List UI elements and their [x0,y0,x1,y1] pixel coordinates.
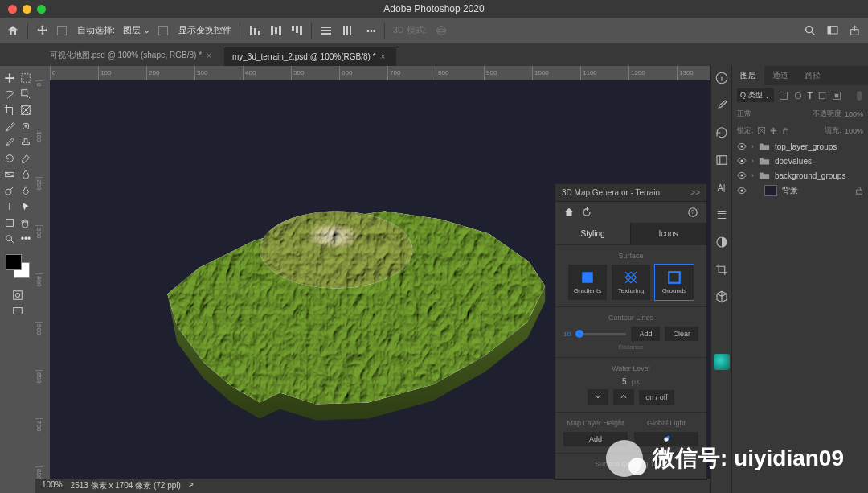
maximize-window[interactable] [37,5,46,14]
plugin-shortcut-icon[interactable] [714,354,730,370]
eyedropper-tool[interactable] [2,119,17,134]
distribute-icon[interactable] [320,24,333,37]
layer-row[interactable]: ›top_layer_groups [732,139,868,154]
quickmask-tool[interactable] [10,288,25,302]
brush-panel-icon[interactable] [714,98,729,113]
layer-dropdown[interactable]: 图层 ⌄ [123,24,150,36]
libraries-icon[interactable] [714,153,729,167]
eraser-tool[interactable] [18,151,33,166]
align-icon-2[interactable] [269,24,282,37]
lasso-tool[interactable] [2,87,17,101]
plugin-header[interactable]: 3D Map Generator - Terrain >> [555,184,706,202]
visibility-icon[interactable] [737,156,747,166]
history-panel-icon[interactable] [714,125,729,140]
styling-tab[interactable]: Styling [555,223,631,244]
foreground-color[interactable] [6,254,22,270]
document-tab-active[interactable]: my_3d_terrain_2.psd @ 100%(RGB/8) *× [224,47,396,66]
contour-clear-button[interactable]: Clear [665,327,698,341]
document-tab[interactable]: 可视化地图.psd @ 100% (shape, RGB/8) *× [42,45,223,66]
filter-shape-icon[interactable] [817,91,827,101]
gradient-tool[interactable] [2,167,17,182]
paragraph-panel-icon[interactable] [714,207,729,222]
lock-all-icon[interactable] [781,126,790,135]
close-tab-icon[interactable]: × [381,52,386,61]
show-transform-checkbox[interactable] [158,26,168,35]
plugin-refresh-icon[interactable] [581,207,592,218]
visibility-icon[interactable] [737,170,747,180]
history-brush-tool[interactable] [2,151,17,166]
statusbar-more-icon[interactable]: > [189,480,194,491]
blur-tool[interactable] [18,167,33,182]
layer-filter-dropdown[interactable]: Q 类型 ⌄ [737,88,774,102]
lock-position-icon[interactable] [769,126,778,135]
vertical-ruler[interactable]: 0100200300400500600700800 [35,80,50,479]
collapse-icon[interactable]: >> [690,188,700,197]
dodge-tool[interactable] [2,183,17,198]
adjustments-panel-icon[interactable] [714,235,729,249]
pen-tool[interactable] [18,183,33,198]
gradients-button[interactable]: Gradients [568,265,607,300]
search-icon[interactable] [804,24,817,37]
workspace-icon[interactable] [826,24,839,37]
type-tool[interactable]: T [2,199,17,214]
minimize-window[interactable] [23,5,31,14]
character-panel-icon[interactable]: A| [714,180,729,195]
layer-row[interactable]: ›background_groups [732,168,868,183]
channels-tab[interactable]: 通道 [764,66,796,85]
grounds-button[interactable]: Grounds [655,265,694,300]
filter-image-icon[interactable] [779,91,788,101]
selection-tool[interactable] [18,87,33,101]
chevron-right-icon[interactable]: › [751,157,754,165]
marquee-tool[interactable] [18,71,33,85]
auto-select-checkbox[interactable] [57,26,67,35]
brush-tool[interactable] [2,135,17,150]
path-select-tool[interactable] [18,199,33,214]
frame-tool[interactable] [18,103,33,117]
color-swatches[interactable] [6,254,30,278]
filter-type-icon[interactable]: T [808,91,813,101]
water-onoff-button[interactable]: on / off [639,390,674,405]
share-icon[interactable] [849,24,862,37]
plugin-home-icon[interactable] [563,207,575,218]
paths-tab[interactable]: 路径 [796,66,829,85]
3d-orbit-icon[interactable] [435,24,448,37]
info-icon[interactable] [714,71,729,85]
lock-pixels-icon[interactable] [757,126,766,135]
align-icon[interactable] [248,24,261,37]
home-icon[interactable] [6,24,19,37]
water-up-button[interactable] [613,389,634,405]
healing-tool[interactable] [18,119,33,134]
distribute-icon-2[interactable] [341,24,354,37]
filter-adjust-icon[interactable] [793,91,803,101]
filter-toggle-icon[interactable] [855,90,863,101]
texturing-button[interactable]: Texturing [612,265,650,300]
contour-slider[interactable] [575,333,627,335]
3d-panel-icon[interactable] [714,290,729,304]
layers-tab[interactable]: 图层 [732,66,764,85]
fill-value[interactable]: 100% [845,127,863,135]
zoom-tool[interactable] [2,232,17,246]
visibility-icon[interactable] [737,186,747,195]
shape-tool[interactable] [2,216,17,230]
contour-add-button[interactable]: Add [631,327,660,341]
zoom-level[interactable]: 100% [42,480,63,491]
help-icon[interactable]: ? [687,207,698,218]
horizontal-ruler[interactable]: 0100200300400500600700800900100011001200… [35,66,710,80]
edit-toolbar[interactable]: ••• [18,232,33,246]
align-icon-3[interactable] [290,24,303,37]
hand-tool[interactable] [18,216,33,230]
chevron-right-icon[interactable]: › [751,171,754,179]
close-tab-icon[interactable]: × [207,51,211,60]
move-tool[interactable] [2,71,17,85]
filter-smart-icon[interactable] [832,91,841,101]
crop-panel-icon[interactable] [714,262,729,277]
icons-tab[interactable]: Icons [631,223,706,244]
close-window[interactable] [8,5,17,14]
chevron-right-icon[interactable]: › [751,142,754,150]
opacity-value[interactable]: 100% [845,110,863,118]
visibility-icon[interactable] [737,142,747,151]
screenmode-tool[interactable] [10,304,25,318]
layer-row[interactable]: ›docValues [732,154,868,168]
water-down-button[interactable] [588,389,608,405]
crop-tool[interactable] [2,103,17,117]
